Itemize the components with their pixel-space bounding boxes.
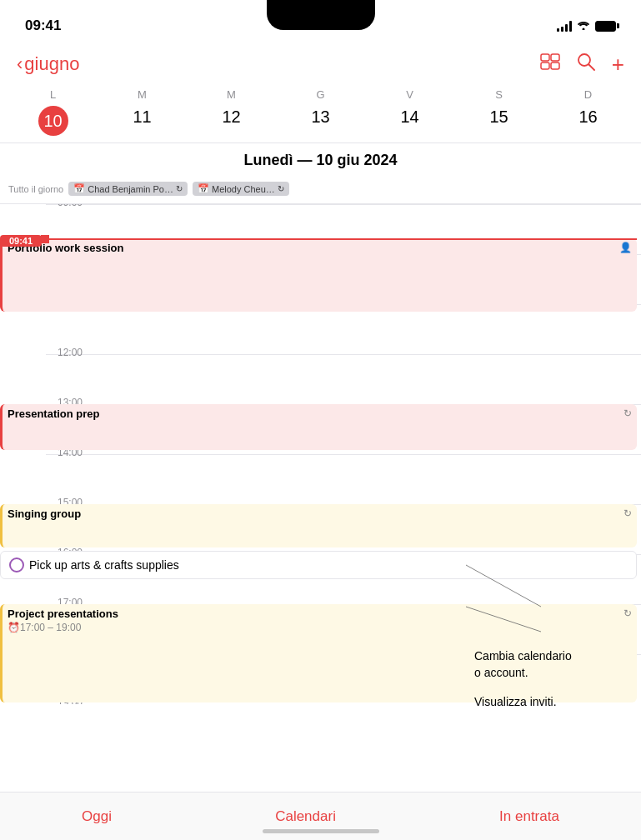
week-days-header: L M M G V S D: [0, 87, 641, 102]
nav-month-label: giugno: [24, 53, 79, 75]
day-header-date: 10 giu 2024: [316, 152, 397, 168]
sync-icon-singing: ↻: [623, 508, 632, 519]
nav-actions: +: [540, 52, 624, 78]
weekday-tue: M: [98, 87, 187, 102]
current-time-dot: [41, 235, 49, 243]
allday-event-text-2: Melody Cheu…: [212, 184, 275, 194]
allday-event-sync-1: ↻: [176, 184, 183, 193]
svg-rect-2: [541, 62, 549, 69]
weekday-mon: L: [8, 87, 98, 102]
event-singing[interactable]: Singing group ↻: [0, 504, 637, 548]
weekday-sun: D: [543, 87, 633, 102]
time-row-11: 11:00: [46, 304, 641, 354]
event-presentation-title: Presentation prep: [8, 408, 100, 420]
calendar-body[interactable]: 09:00 10:00 11:00 12:00 13:00 14:00 15:0…: [0, 204, 641, 704]
date-13[interactable]: 13: [276, 106, 365, 136]
allday-event-icon-2: 📅: [198, 183, 209, 194]
time-label-12: 12:00: [46, 347, 88, 358]
calendars-button[interactable]: Calendari: [275, 808, 336, 825]
reminder-text: Pick up arts & crafts supplies: [29, 558, 179, 572]
battery-icon: [595, 21, 616, 32]
callout-text-2: Visualizza inviti.: [474, 694, 633, 711]
week-dates-row: 10 11 12 13 14 15 16: [0, 106, 641, 136]
weekday-sat: S: [454, 87, 543, 102]
search-icon[interactable]: [577, 52, 595, 76]
status-time: 09:41: [25, 18, 61, 34]
back-button[interactable]: ‹ giugno: [17, 53, 79, 75]
home-indicator: [263, 829, 379, 833]
svg-line-5: [588, 65, 594, 71]
svg-rect-3: [551, 62, 559, 69]
date-10-today[interactable]: 10: [38, 106, 68, 136]
wifi-icon: [577, 20, 590, 32]
current-time-badge: 09:41: [0, 235, 42, 247]
date-15[interactable]: 15: [454, 106, 543, 136]
date-11[interactable]: 11: [98, 106, 187, 136]
sync-icon-presentation: ↻: [623, 408, 632, 419]
people-icon: 👤: [619, 242, 632, 253]
signal-icon: [557, 21, 572, 32]
event-portfolio[interactable]: Portfolio work session 👤: [0, 238, 637, 312]
time-row-14: 14:00: [46, 454, 641, 504]
event-project-title: Project presentations: [8, 608, 118, 620]
date-12[interactable]: 12: [187, 106, 276, 136]
day-header-label: Lunedì —: [243, 152, 316, 168]
allday-row: Tutto il giorno 📅 Chad Benjamin Po… ↻ 📅 …: [0, 174, 641, 204]
date-14[interactable]: 14: [365, 106, 454, 136]
event-project-time: ⏰17:00 – 19:00: [8, 622, 632, 633]
date-16[interactable]: 16: [543, 106, 633, 136]
time-grid: 09:00 10:00 11:00 12:00 13:00 14:00 15:0…: [0, 204, 641, 704]
chevron-left-icon: ‹: [17, 53, 23, 75]
time-label-9: 09:00: [46, 204, 88, 208]
event-singing-title: Singing group: [8, 508, 81, 520]
allday-label: Tutto il giorno: [8, 184, 63, 194]
event-presentation[interactable]: Presentation prep ↻: [0, 404, 637, 450]
calendar-view-icon[interactable]: [540, 53, 560, 75]
allday-event-icon-1: 📅: [73, 183, 85, 194]
reminder-arts-crafts[interactable]: Pick up arts & crafts supplies: [0, 551, 637, 579]
svg-rect-1: [551, 54, 559, 61]
notch: [267, 0, 375, 30]
allday-event-melody[interactable]: 📅 Melody Cheu… ↻: [193, 182, 289, 196]
weekday-fri: V: [365, 87, 454, 102]
add-event-icon[interactable]: +: [612, 52, 624, 78]
phone-frame: 09:41 ‹ giugno: [0, 0, 641, 840]
nav-bar: ‹ giugno +: [0, 45, 641, 87]
status-icons: [557, 20, 616, 32]
day-header: Lunedì — 10 giu 2024: [0, 142, 641, 174]
callout-text-1: Cambia calendarioo account.: [474, 648, 633, 681]
current-time-line: 09:41: [0, 238, 637, 240]
weekday-thu: G: [276, 87, 365, 102]
svg-rect-0: [541, 54, 549, 61]
allday-event-text-1: Chad Benjamin Po…: [88, 184, 173, 194]
today-button[interactable]: Oggi: [82, 808, 112, 825]
sync-icon-project: ↻: [623, 608, 632, 619]
allday-event-chad[interactable]: 📅 Chad Benjamin Po… ↻: [68, 182, 188, 196]
weekday-wed: M: [187, 87, 276, 102]
time-row-12: 12:00: [46, 354, 641, 404]
allday-event-sync-2: ↻: [278, 184, 284, 193]
incoming-button[interactable]: In entrata: [499, 808, 559, 825]
reminder-circle-icon: [9, 558, 24, 572]
